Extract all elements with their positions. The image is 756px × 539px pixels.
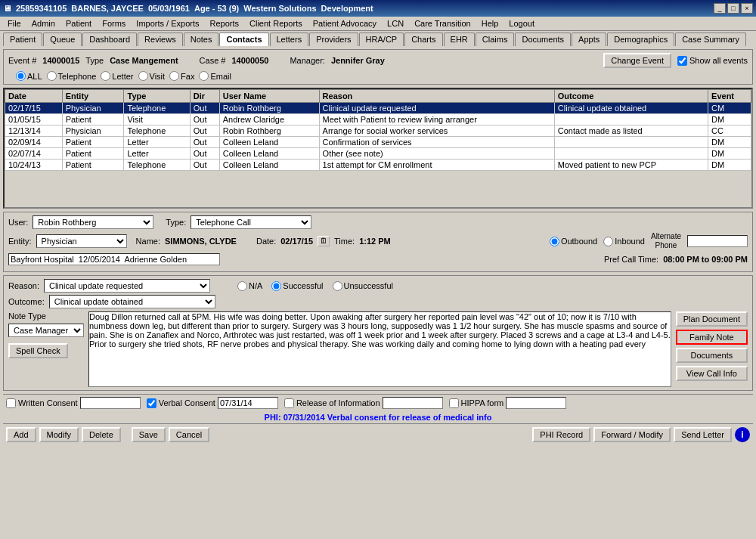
verbal-consent-checkbox[interactable]: [147, 398, 156, 408]
table-row[interactable]: 12/13/14PhysicianTelephoneOutRobin Rothb…: [5, 125, 751, 137]
filter-all[interactable]: ALL: [16, 71, 42, 81]
tab-hracp[interactable]: HRA/CP: [359, 33, 404, 46]
alternate-phone-input[interactable]: [687, 235, 748, 247]
filter-letter[interactable]: Letter: [101, 71, 133, 81]
verbal-consent-input[interactable]: [218, 397, 278, 409]
note-type-select[interactable]: Case Manager: [8, 324, 84, 337]
calendar-icon[interactable]: 🗓: [318, 236, 330, 246]
filter-visit[interactable]: Visit: [138, 71, 166, 81]
written-consent-checkbox[interactable]: [6, 398, 16, 408]
filter-email[interactable]: Email: [199, 71, 231, 81]
info-button[interactable]: i: [735, 427, 750, 442]
menu-lcn[interactable]: LCN: [383, 18, 408, 29]
menu-patient[interactable]: Patient: [61, 18, 96, 29]
table-row[interactable]: 02/09/14PatientLetterOutColleen LelandCo…: [5, 137, 751, 148]
result-na[interactable]: N/A: [237, 281, 262, 291]
tab-letters[interactable]: Letters: [270, 33, 309, 46]
forward-modify-button[interactable]: Forward / Modify: [593, 427, 671, 442]
menu-forms[interactable]: Forms: [98, 18, 130, 29]
written-consent-input[interactable]: [80, 397, 141, 409]
tab-notes[interactable]: Notes: [184, 33, 219, 46]
tab-queue[interactable]: Queue: [43, 33, 82, 46]
table-row[interactable]: 01/05/15PatientVisitOutAndrew ClaridgeMe…: [5, 114, 751, 125]
menu-reports[interactable]: Reports: [205, 18, 243, 29]
user-label: User:: [8, 218, 28, 227]
table-row[interactable]: 10/24/13PatientTelephoneOutColleen Lelan…: [5, 160, 751, 171]
col-outcome: Outcome: [554, 90, 708, 103]
col-entity: Entity: [62, 90, 124, 103]
menu-logout[interactable]: Logout: [504, 18, 539, 29]
menu-imports-exports[interactable]: Imports / Exports: [132, 18, 203, 29]
close-button[interactable]: ×: [741, 3, 753, 14]
plan-document-button[interactable]: Plan Document: [676, 311, 748, 327]
cell-dir: Out: [190, 148, 219, 160]
title-bar: 🖥 25859341105 BARNES, JAYCEE 05/03/1961 …: [0, 0, 756, 17]
cell-reason: Arrange for social worker services: [319, 125, 554, 137]
cell-reason: 1st attempt for CM enrollment: [319, 160, 554, 171]
table-row[interactable]: 02/17/15PhysicianTelephoneOutRobin Rothb…: [5, 103, 751, 114]
outcome-select[interactable]: Clinical update obtained: [49, 295, 215, 308]
tab-dashboard[interactable]: Dashboard: [82, 33, 137, 46]
cancel-button[interactable]: Cancel: [169, 427, 209, 442]
cell-entity: Patient: [62, 148, 124, 160]
menu-admin[interactable]: Admin: [27, 18, 60, 29]
hospital-info-input[interactable]: [8, 253, 220, 265]
show-all-events-checkbox[interactable]: [677, 56, 687, 66]
phi-record-button[interactable]: PHI Record: [532, 427, 590, 442]
menu-help[interactable]: Help: [477, 18, 503, 29]
minimize-button[interactable]: _: [714, 3, 726, 14]
documents-button[interactable]: Documents: [676, 348, 748, 363]
note-textarea[interactable]: Doug Dillon returned call at 5PM. His wi…: [88, 311, 671, 387]
tab-charts[interactable]: Charts: [404, 33, 442, 46]
reason-select[interactable]: Clinical update requested: [44, 279, 210, 293]
entity-select[interactable]: Physician: [36, 234, 127, 248]
menu-file[interactable]: File: [3, 18, 26, 29]
save-button[interactable]: Save: [132, 427, 166, 442]
family-note-button[interactable]: Family Note: [676, 330, 748, 345]
filter-fax[interactable]: Fax: [169, 71, 194, 81]
tab-appts[interactable]: Appts: [572, 33, 606, 46]
cell-type: Visit: [124, 114, 190, 125]
cell-dir: Out: [190, 160, 219, 171]
tab-patient[interactable]: Patient: [3, 33, 42, 46]
view-call-info-button[interactable]: View Call Info: [676, 366, 748, 381]
hippa-checkbox[interactable]: [449, 398, 459, 408]
result-successful[interactable]: Successful: [271, 281, 323, 291]
add-button[interactable]: Add: [6, 427, 36, 442]
release-checkbox[interactable]: [284, 398, 294, 408]
menu-care-transition[interactable]: Care Transition: [410, 18, 476, 29]
menu-patient-advocacy[interactable]: Patient Advocacy: [308, 18, 381, 29]
modify-button[interactable]: Modify: [39, 427, 79, 442]
tab-ehr[interactable]: EHR: [444, 33, 475, 46]
tab-case-summary[interactable]: Case Summary: [675, 33, 746, 46]
tab-documents[interactable]: Documents: [515, 33, 571, 46]
delete-button[interactable]: Delete: [82, 427, 121, 442]
detail-form: User: Robin Rothberg Type: Telephone Cal…: [3, 212, 753, 272]
spell-check-button[interactable]: Spell Check: [8, 343, 68, 358]
reason-label: Reason:: [8, 281, 39, 290]
date-value: 02/17/15: [280, 237, 313, 246]
result-unsuccessful[interactable]: Unsuccessful: [333, 281, 393, 291]
outbound-radio[interactable]: Outbound: [550, 237, 597, 246]
send-letter-button[interactable]: Send Letter: [674, 427, 732, 442]
type-label: Type:: [166, 218, 186, 227]
release-input[interactable]: [383, 397, 443, 409]
tab-demographics[interactable]: Demographics: [607, 33, 674, 46]
change-event-button[interactable]: Change Event: [603, 53, 671, 68]
tab-providers[interactable]: Providers: [309, 33, 358, 46]
user-type-row: User: Robin Rothberg Type: Telephone Cal…: [8, 215, 748, 229]
hippa-input[interactable]: [506, 397, 566, 409]
table-row[interactable]: 02/07/14PatientLetterOutColleen LelandOt…: [5, 148, 751, 160]
type-select[interactable]: Telephone Call: [191, 215, 311, 229]
cell-event: DM: [708, 160, 751, 171]
tab-reviews[interactable]: Reviews: [138, 33, 183, 46]
user-select[interactable]: Robin Rothberg: [33, 215, 153, 229]
col-event: Event: [708, 90, 751, 103]
maximize-button[interactable]: □: [727, 3, 739, 14]
inbound-radio[interactable]: Inbound: [603, 237, 645, 246]
filter-telephone[interactable]: Telephone: [47, 71, 97, 81]
menu-client-reports[interactable]: Client Reports: [245, 18, 307, 29]
tab-contacts[interactable]: Contacts: [219, 33, 268, 46]
tab-claims[interactable]: Claims: [476, 33, 515, 46]
hospital-pref-row: Pref Call Time: 08:00 PM to 09:00 PM: [8, 253, 748, 265]
